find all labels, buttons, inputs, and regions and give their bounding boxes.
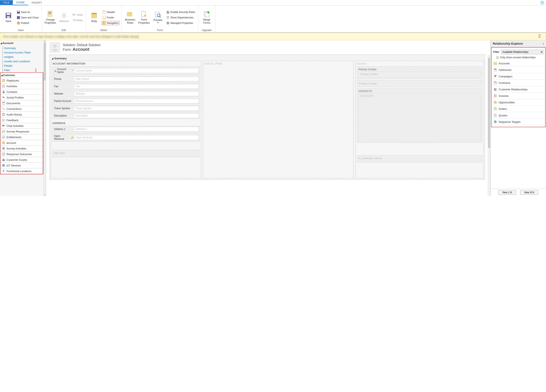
primary-contact-qv[interactable]: Primary Contact xyxy=(357,80,482,87)
form-properties-button[interactable]: Form Properties xyxy=(138,11,150,24)
nav-item[interactable]: Activities xyxy=(1,83,43,89)
nav-item[interactable]: Connections xyxy=(1,106,43,112)
relationship-footer: New 1:N New N:N xyxy=(491,189,546,196)
relationship-item[interactable]: Sequence Targets xyxy=(492,119,544,125)
form-properties-icon xyxy=(141,11,147,17)
change-properties-button[interactable]: Change Properties xyxy=(44,11,57,24)
business-rules-button[interactable]: Business Rules xyxy=(124,11,136,24)
nav-common-header[interactable]: ◢Common xyxy=(1,73,43,78)
nav-item[interactable]: Chat Activities xyxy=(1,123,43,129)
form-field[interactable]: Parent AccountParent Account xyxy=(52,98,200,104)
relationship-item[interactable]: Customer Relationships xyxy=(492,86,544,93)
form-field[interactable]: PhoneMain Phone xyxy=(52,76,200,82)
canvas-scrollbar[interactable] xyxy=(488,55,490,196)
tree-item[interactable]: Summary xyxy=(0,46,43,50)
save-button[interactable]: Save xyxy=(2,12,15,23)
tab-file[interactable]: FILE xyxy=(0,0,13,5)
form-field[interactable]: Ticker SymbolTicker Symbol xyxy=(52,105,200,111)
tree-account-header[interactable]: ◢Account xyxy=(0,40,43,46)
left-scrollbar[interactable]: ▲ ▼ xyxy=(43,40,46,196)
relationship-item[interactable]: Quotes xyxy=(492,112,544,119)
relationship-item[interactable]: Invoices xyxy=(492,93,544,99)
iv-connector-placeholder[interactable]: iv_connector_narrow xyxy=(357,155,482,163)
tab-insert[interactable]: INSERT xyxy=(28,0,45,5)
nav-item-label: Social Profiles xyxy=(6,96,24,99)
nav-item[interactable]: Survey Activities xyxy=(1,146,43,151)
relationship-explorer-header[interactable]: Relationship Explorer › xyxy=(491,40,546,47)
redo-button[interactable]: Redo xyxy=(72,18,84,22)
filter-select[interactable]: Available Relationships xyxy=(501,50,544,54)
form-field[interactable]: WebsiteWebsite xyxy=(52,91,200,97)
field-label: Open Revenue🔑 xyxy=(53,134,74,141)
body-button[interactable]: Body xyxy=(88,12,100,23)
relationship-item[interactable]: Opportunities xyxy=(492,99,544,106)
relationship-item[interactable]: Addresses xyxy=(492,67,544,73)
section-right[interactable]: Section Primary Contact Primary Contact … xyxy=(356,61,484,178)
section-account-info[interactable]: ACCOUNT INFORMATION 🔒Account Name*Accoun… xyxy=(51,61,201,178)
tree-item[interactable]: Insights xyxy=(0,55,43,59)
preview-button[interactable]: Preview ▼ xyxy=(151,11,164,24)
nav-item[interactable]: Survey Responses xyxy=(1,129,43,134)
tree-item[interactable]: Details xyxy=(0,64,43,68)
nav-item[interactable]: Entitlements xyxy=(1,134,43,140)
form-field[interactable]: FaxFax xyxy=(52,83,200,90)
scroll-thumb[interactable] xyxy=(488,58,490,148)
save-as-button[interactable]: Save As xyxy=(16,10,40,14)
tab-home[interactable]: HOME xyxy=(13,0,28,5)
svg-rect-20 xyxy=(103,23,104,24)
header-button[interactable]: Header xyxy=(102,10,119,14)
tab-summary[interactable]: ◢Summary ACCOUNT INFORMATION 🔒Account Na… xyxy=(49,54,485,180)
nav-item[interactable]: Social Profiles xyxy=(1,95,43,100)
remove-button[interactable]: Remove xyxy=(58,12,71,23)
scroll-thumb[interactable] xyxy=(44,43,46,80)
new-nn-button[interactable]: New N:N xyxy=(520,190,538,195)
nav-item[interactable]: Functional Locations xyxy=(1,168,43,174)
nav-item[interactable]: Feedback xyxy=(1,118,43,123)
form-field[interactable]: Open Revenue🔑Open Revenue xyxy=(52,133,200,142)
map-view-placeholder[interactable]: Map View xyxy=(52,150,200,157)
show-dependencies-button[interactable]: Show Dependencies xyxy=(165,15,196,20)
form-field[interactable]: Address 1Address 1 xyxy=(52,126,200,132)
merge-forms-button[interactable]: Merge Forms xyxy=(200,11,213,24)
ribbon-group-edit: Change Properties Remove Undo Redo Edit xyxy=(42,6,86,33)
relationship-item-icon xyxy=(494,114,497,117)
save-close-button[interactable]: Save and Close xyxy=(16,15,40,20)
svg-rect-43 xyxy=(3,102,4,103)
gear-icon xyxy=(166,21,169,25)
relationship-item[interactable]: Contracts xyxy=(492,80,544,86)
relationship-item[interactable]: Campaigns xyxy=(492,73,544,80)
undo-button[interactable]: Undo xyxy=(72,13,84,17)
nav-item[interactable]: IoT Devices xyxy=(1,163,43,168)
contacts-subgrid[interactable]: CONTACTS CONTACTS xyxy=(357,88,482,143)
only-unused-checkbox[interactable] xyxy=(496,56,499,59)
publish-button[interactable]: Publish xyxy=(16,21,40,25)
relationship-item[interactable]: Accounts xyxy=(492,60,544,67)
required-icon: * xyxy=(72,69,73,72)
nav-item[interactable]: Contacts xyxy=(1,89,43,95)
section-social-pane[interactable]: SOCIAL PANE xyxy=(203,61,353,178)
footer-button[interactable]: Footer xyxy=(102,15,119,20)
scroll-up-icon: ▲ xyxy=(44,40,46,42)
navigation-button[interactable]: Navigation xyxy=(102,21,119,25)
only-unused-row[interactable]: Only show unused relationships xyxy=(492,56,544,60)
relationship-item[interactable]: Orders xyxy=(492,106,544,112)
nav-item[interactable]: Audit History xyxy=(1,112,43,118)
nav-item[interactable]: Playbooks xyxy=(1,78,43,83)
group-label-form: Form xyxy=(124,28,196,32)
help-icon[interactable]: ? xyxy=(540,1,544,4)
nav-item[interactable]: Response Outcomes xyxy=(1,151,43,157)
primary-contact-field[interactable]: Primary Contact Primary Contact xyxy=(357,66,482,79)
nav-item[interactable]: Documents xyxy=(1,100,43,106)
header-icon xyxy=(103,11,106,14)
tree-item[interactable]: Assets and Locations xyxy=(0,59,43,64)
new-1n-button[interactable]: New 1:N xyxy=(498,190,516,195)
tree-item[interactable]: Account Access Team xyxy=(0,50,43,55)
security-roles-button[interactable]: Enable Security Roles xyxy=(165,10,196,14)
form-field[interactable]: DescriptionDescription xyxy=(52,113,200,119)
nav-item[interactable]: Customer Assets xyxy=(1,157,43,163)
nav-item[interactable]: account xyxy=(1,140,43,146)
managed-properties-button[interactable]: Managed Properties xyxy=(165,21,196,25)
relationship-item-icon xyxy=(494,75,497,78)
form-field[interactable]: 🔒Account Name*Account Name xyxy=(52,66,200,75)
entity-avatar-icon xyxy=(49,42,60,53)
